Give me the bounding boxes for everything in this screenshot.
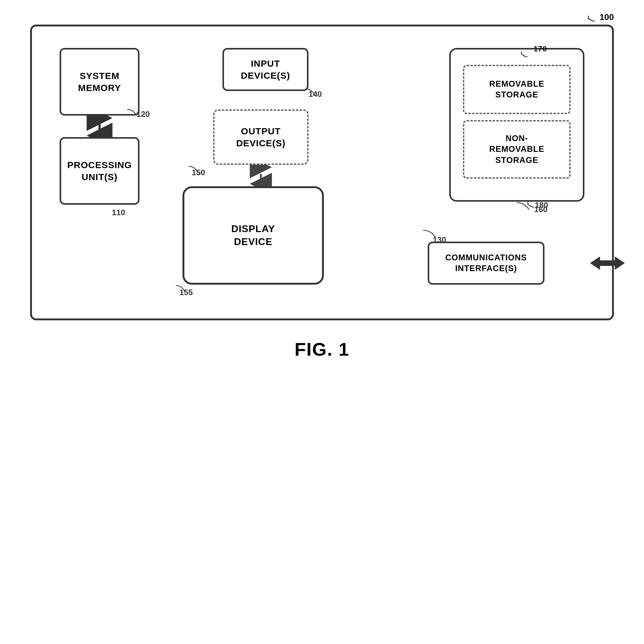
comms-interface-label: COMMUNICATIONS INTERFACE(S): [445, 252, 527, 274]
system-memory-label: SYSTEM MEMORY: [78, 70, 121, 94]
svg-marker-12: [591, 257, 624, 269]
comms-interface-box: COMMUNICATIONS INTERFACE(S): [428, 241, 544, 285]
system-memory-box: SYSTEM MEMORY: [60, 48, 139, 116]
removable-storage-box: REMOVABLE STORAGE: [463, 65, 571, 114]
ref-140-curve-svg: [304, 87, 322, 100]
input-device-label: INPUT DEVICE(S): [241, 57, 290, 81]
input-device-box: INPUT DEVICE(S): [222, 48, 308, 91]
figure-caption: FIG. 1: [295, 339, 350, 360]
ref-155-curve-svg: [174, 284, 193, 296]
ref-170-curve: [515, 48, 534, 60]
ref-110: 110: [112, 208, 125, 217]
processing-unit-label: PROCESSING UNIT(S): [67, 159, 132, 183]
external-arrow-svg: [587, 254, 618, 272]
ref-120-curve-svg: [126, 108, 144, 120]
removable-storage-label: REMOVABLE STORAGE: [489, 79, 544, 100]
storage-group-inner: 170 REMOVABLE STORAGE NON- REMOVABLE STO…: [451, 49, 583, 200]
ref-150-curve-svg: [187, 165, 206, 177]
output-device-box: OUTPUT DEVICE(S): [213, 109, 308, 165]
display-device-label: DISPLAY DEVICE: [231, 222, 275, 248]
storage-group-box: 170 REMOVABLE STORAGE NON- REMOVABLE STO…: [449, 48, 584, 202]
non-removable-storage-box: NON- REMOVABLE STORAGE: [463, 120, 571, 179]
ref-170: 170: [534, 44, 547, 53]
processing-unit-box: PROCESSING UNIT(S): [60, 137, 139, 205]
diagram-inner: SYSTEM MEMORY 120 PROCESSING UNIT(S) 110…: [50, 42, 594, 300]
ref-100-label: 100: [585, 12, 614, 22]
ref-130-curve-svg: [422, 229, 443, 241]
diagram-outer-box: SYSTEM MEMORY 120 PROCESSING UNIT(S) 110…: [30, 25, 614, 320]
display-device-box: DISPLAY DEVICE: [183, 186, 324, 285]
ref-160-curve-svg: [515, 201, 537, 213]
output-device-label: OUTPUT DEVICE(S): [236, 125, 286, 149]
page-wrapper: 100: [15, 12, 629, 360]
non-removable-storage-label: NON- REMOVABLE STORAGE: [489, 133, 544, 165]
